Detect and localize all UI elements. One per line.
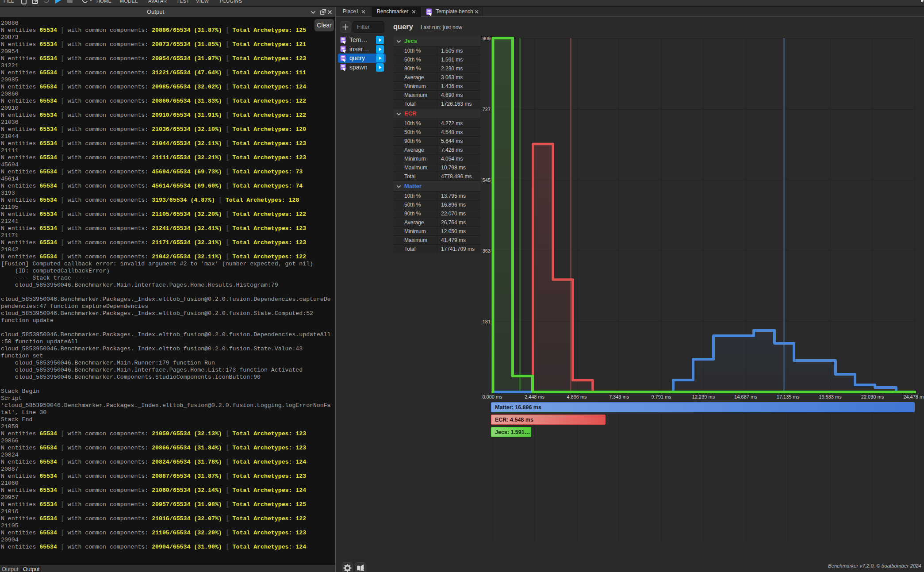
svg-text:545: 545 — [483, 177, 491, 183]
svg-text:24.478 ms: 24.478 ms — [903, 394, 924, 399]
svg-text:9.791 ms: 9.791 ms — [651, 394, 671, 399]
svg-text:22.030 ms: 22.030 ms — [861, 394, 884, 399]
svg-text:19.583 ms: 19.583 ms — [819, 394, 842, 399]
svg-text:12.239 ms: 12.239 ms — [692, 394, 715, 399]
svg-text:363: 363 — [483, 248, 491, 253]
svg-text:17.135 ms: 17.135 ms — [777, 394, 800, 399]
svg-text:909: 909 — [483, 36, 491, 41]
svg-text:7.343 ms: 7.343 ms — [609, 394, 629, 399]
svg-text:727: 727 — [483, 107, 491, 112]
svg-text:181: 181 — [483, 319, 491, 324]
svg-text:4.896 ms: 4.896 ms — [567, 394, 587, 399]
svg-text:0.000 ms: 0.000 ms — [482, 394, 502, 399]
svg-text:14.687 ms: 14.687 ms — [734, 394, 757, 399]
svg-text:2.448 ms: 2.448 ms — [525, 394, 545, 399]
